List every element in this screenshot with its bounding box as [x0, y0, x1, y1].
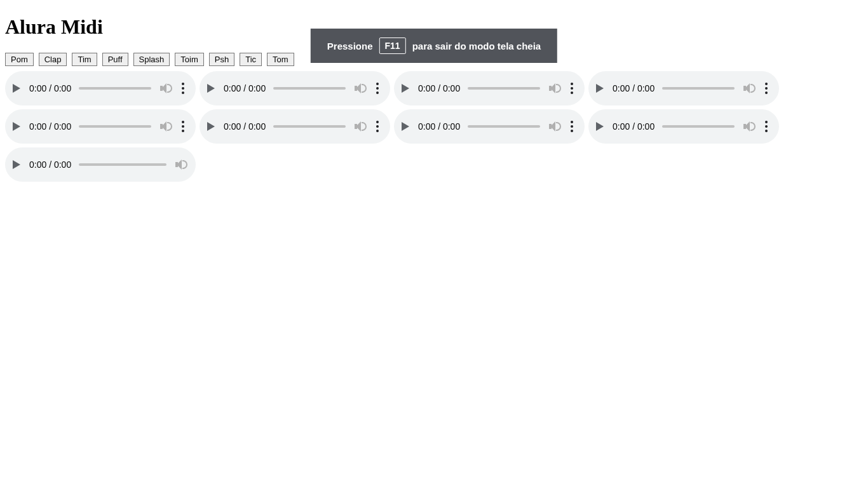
kebab-menu-icon[interactable]: [763, 83, 770, 94]
audio-time-display: 0:00 / 0:00: [29, 159, 71, 170]
audio-progress-slider[interactable]: [79, 125, 151, 128]
play-icon[interactable]: [402, 84, 409, 93]
kebab-menu-icon[interactable]: [179, 121, 187, 132]
sound-button-tim[interactable]: Tim: [72, 53, 97, 66]
kebab-menu-icon[interactable]: [763, 121, 770, 132]
sound-button-tom[interactable]: Tom: [267, 53, 294, 66]
sound-button-toim[interactable]: Toim: [175, 53, 203, 66]
audio-time-display: 0:00 / 0:00: [613, 121, 654, 132]
play-icon[interactable]: [207, 122, 215, 131]
audio-time-display: 0:00 / 0:00: [418, 83, 460, 93]
volume-icon[interactable]: [355, 121, 366, 132]
kebab-menu-icon[interactable]: [374, 121, 381, 132]
audio-player: 0:00 / 0:00: [394, 71, 585, 105]
volume-icon[interactable]: [160, 83, 172, 94]
audio-time-display: 0:00 / 0:00: [613, 83, 654, 93]
audio-time-display: 0:00 / 0:00: [224, 83, 266, 93]
volume-icon[interactable]: [160, 121, 172, 132]
play-icon[interactable]: [13, 160, 20, 169]
audio-player: 0:00 / 0:00: [5, 71, 196, 105]
audio-progress-slider[interactable]: [79, 163, 166, 166]
sound-button-tic[interactable]: Tic: [240, 53, 262, 66]
audio-player: 0:00 / 0:00: [394, 109, 585, 144]
volume-icon[interactable]: [743, 121, 755, 132]
volume-icon[interactable]: [355, 83, 366, 94]
volume-icon[interactable]: [175, 159, 187, 170]
audio-time-display: 0:00 / 0:00: [418, 121, 460, 132]
audio-player: 0:00 / 0:00: [5, 147, 196, 182]
play-icon[interactable]: [596, 84, 604, 93]
sound-button-splash[interactable]: Splash: [133, 53, 170, 66]
audio-progress-slider[interactable]: [273, 125, 346, 128]
sound-button-psh[interactable]: Psh: [209, 53, 234, 66]
toast-text-before: Pressione: [327, 41, 373, 51]
audio-time-display: 0:00 / 0:00: [29, 121, 71, 132]
audio-progress-slider[interactable]: [468, 87, 540, 90]
audio-progress-slider[interactable]: [662, 125, 735, 128]
kebab-menu-icon[interactable]: [568, 83, 576, 94]
toast-text-after: para sair do modo tela cheia: [412, 41, 541, 51]
audio-player: 0:00 / 0:00: [5, 109, 196, 144]
audio-time-display: 0:00 / 0:00: [29, 83, 71, 93]
kebab-menu-icon[interactable]: [179, 83, 187, 94]
play-icon[interactable]: [13, 122, 20, 131]
audio-player: 0:00 / 0:00: [588, 109, 779, 144]
audio-player-grid: 0:00 / 0:000:00 / 0:000:00 / 0:000:00 / …: [5, 71, 863, 182]
fullscreen-exit-toast: Pressione F11 para sair do modo tela che…: [311, 29, 557, 63]
volume-icon[interactable]: [549, 121, 560, 132]
audio-time-display: 0:00 / 0:00: [224, 121, 266, 132]
play-icon[interactable]: [596, 122, 604, 131]
kebab-menu-icon[interactable]: [568, 121, 576, 132]
audio-progress-slider[interactable]: [662, 87, 735, 90]
audio-player: 0:00 / 0:00: [200, 109, 390, 144]
kebab-menu-icon[interactable]: [374, 83, 381, 94]
audio-player: 0:00 / 0:00: [588, 71, 779, 105]
audio-progress-slider[interactable]: [79, 87, 151, 90]
sound-button-pom[interactable]: Pom: [5, 53, 34, 66]
volume-icon[interactable]: [743, 83, 755, 94]
volume-icon[interactable]: [549, 83, 560, 94]
sound-button-puff[interactable]: Puff: [102, 53, 128, 66]
play-icon[interactable]: [402, 122, 409, 131]
sound-button-clap[interactable]: Clap: [39, 53, 67, 66]
play-icon[interactable]: [207, 84, 215, 93]
audio-progress-slider[interactable]: [468, 125, 540, 128]
audio-progress-slider[interactable]: [273, 87, 346, 90]
audio-player: 0:00 / 0:00: [200, 71, 390, 105]
key-badge-f11: F11: [379, 37, 406, 54]
play-icon[interactable]: [13, 84, 20, 93]
